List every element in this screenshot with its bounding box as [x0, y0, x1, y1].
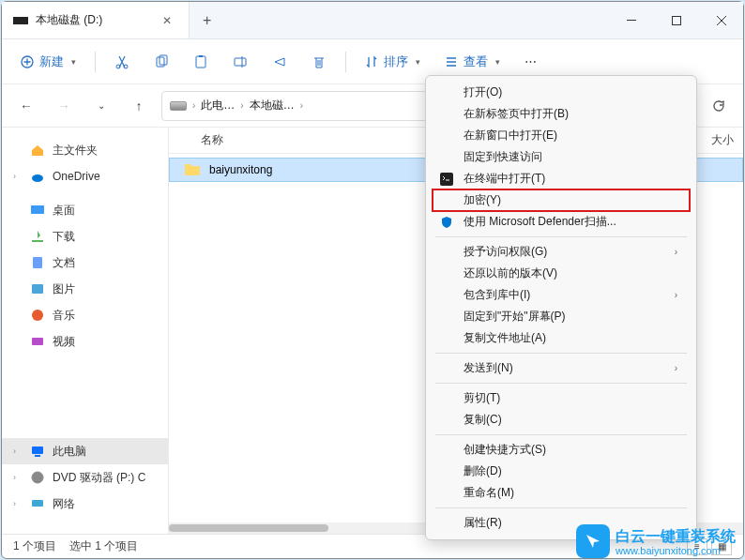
ctx-open[interactable]: 打开(O) — [426, 82, 696, 103]
breadcrumb-seg[interactable]: 此电… — [201, 98, 235, 114]
rename-button[interactable] — [223, 49, 257, 75]
ctx-restore-prev[interactable]: 还原以前的版本(V) — [426, 263, 696, 284]
up-button[interactable]: ↑ — [124, 91, 154, 121]
menu-separator — [435, 236, 687, 237]
svg-point-10 — [32, 174, 43, 182]
ctx-copy[interactable]: 复制(C) — [426, 409, 696, 431]
refresh-button[interactable] — [704, 91, 734, 121]
shield-icon — [439, 215, 454, 230]
chevron-right-icon[interactable]: › — [13, 473, 23, 482]
sidebar-onedrive[interactable]: › OneDrive — [2, 163, 168, 189]
ctx-rename[interactable]: 重命名(M) — [426, 482, 696, 504]
home-icon — [30, 143, 45, 158]
sidebar-documents[interactable]: 文档 — [2, 250, 168, 276]
sidebar-videos[interactable]: 视频 — [2, 328, 168, 355]
titlebar: 本地磁盘 (D:) ✕ + — [2, 2, 743, 39]
music-icon — [30, 308, 45, 323]
share-button[interactable] — [263, 49, 296, 75]
item-count: 1 个项目 — [13, 538, 56, 554]
sidebar-pictures[interactable]: 图片 — [2, 276, 168, 302]
svg-point-18 — [32, 472, 43, 483]
svg-rect-9 — [235, 58, 246, 66]
ctx-create-shortcut[interactable]: 创建快捷方式(S) — [426, 439, 696, 461]
ctx-open-new-tab[interactable]: 在新标签页中打开(B) — [426, 103, 696, 125]
menu-separator — [435, 434, 687, 435]
more-button[interactable]: ⋯ — [515, 49, 546, 74]
close-button[interactable] — [700, 6, 743, 36]
sidebar-music[interactable]: 音乐 — [2, 302, 168, 328]
svg-rect-8 — [199, 55, 203, 57]
tab-title: 本地磁盘 (D:) — [36, 12, 149, 28]
view-button[interactable]: 查看 ▾ — [435, 48, 509, 76]
tab-close-button[interactable]: ✕ — [157, 14, 177, 27]
sidebar-home[interactable]: 主文件夹 — [2, 137, 168, 163]
svg-rect-15 — [32, 338, 43, 345]
sidebar-desktop[interactable]: 桌面 — [2, 197, 168, 223]
ctx-pin-start[interactable]: 固定到"开始"屏幕(P) — [426, 306, 696, 327]
new-tab-button[interactable]: + — [190, 12, 224, 29]
pc-icon — [30, 444, 45, 459]
chevron-down-icon: ▾ — [71, 57, 76, 67]
ctx-delete[interactable]: 删除(D) — [426, 461, 696, 482]
ctx-send-to[interactable]: 发送到(N)› — [426, 357, 696, 379]
ctx-open-terminal[interactable]: 在终端中打开(T) — [426, 168, 696, 189]
chevron-down-icon: ▾ — [495, 57, 500, 67]
sidebar-network[interactable]: › 网络 — [2, 491, 168, 517]
menu-separator — [435, 353, 687, 354]
svg-rect-16 — [32, 446, 43, 454]
chevron-right-icon[interactable]: › — [13, 446, 23, 456]
sidebar-dvd[interactable]: › DVD 驱动器 (P:) C — [2, 464, 168, 491]
ctx-defender-scan[interactable]: 使用 Microsoft Defender扫描... — [426, 211, 696, 233]
paste-button[interactable] — [184, 49, 218, 75]
sort-icon — [365, 55, 378, 68]
new-button[interactable]: 新建 ▾ — [11, 48, 85, 76]
copy-button[interactable] — [144, 49, 178, 75]
separator — [95, 52, 96, 72]
delete-button[interactable] — [302, 49, 336, 75]
sidebar-thispc[interactable]: › 此电脑 — [2, 438, 168, 464]
scrollbar-thumb[interactable] — [169, 524, 328, 532]
sidebar: 主文件夹 › OneDrive 桌面 下载 — [2, 128, 169, 534]
recent-dropdown[interactable]: ⌄ — [86, 91, 116, 121]
menu-separator — [435, 383, 687, 384]
sidebar-downloads[interactable]: 下载 — [2, 223, 168, 250]
cut-button[interactable] — [105, 49, 139, 75]
selected-count: 选中 1 个项目 — [69, 538, 138, 554]
ctx-copy-path[interactable]: 复制文件地址(A) — [426, 327, 696, 349]
back-button[interactable]: ← — [11, 91, 41, 121]
watermark-url: www.baiyunxitong.com — [616, 545, 736, 556]
chevron-right-icon: › — [675, 363, 677, 373]
window-tab[interactable]: 本地磁盘 (D:) ✕ — [2, 2, 190, 38]
context-menu: 打开(O) 在新标签页中打开(B) 在新窗口中打开(E) 固定到快速访问 在终端… — [425, 75, 697, 540]
breadcrumb-seg[interactable]: 本地磁… — [250, 98, 295, 114]
chevron-right-icon[interactable]: › — [13, 499, 23, 508]
minimize-button[interactable] — [610, 6, 653, 36]
svg-rect-11 — [31, 205, 44, 214]
document-icon — [30, 255, 45, 270]
drive-icon — [170, 101, 187, 111]
video-icon — [30, 334, 45, 349]
ctx-pin-quick[interactable]: 固定到快速访问 — [426, 146, 696, 168]
ctx-include-library[interactable]: 包含到库中(I)› — [426, 284, 696, 306]
terminal-icon — [439, 172, 454, 187]
chevron-right-icon: › — [240, 100, 243, 111]
ctx-cut[interactable]: 剪切(T) — [426, 387, 696, 409]
svg-rect-7 — [196, 56, 205, 68]
svg-rect-19 — [32, 500, 43, 507]
network-icon — [30, 496, 45, 511]
file-name: baiyunxitong — [209, 163, 272, 176]
chevron-right-icon: › — [675, 247, 677, 257]
svg-point-14 — [32, 310, 43, 321]
forward-button[interactable]: → — [49, 91, 79, 121]
watermark-badge-icon — [576, 524, 610, 558]
sort-button[interactable]: 排序 ▾ — [356, 48, 430, 76]
view-icon — [445, 55, 458, 68]
drive-icon — [13, 17, 28, 24]
ctx-encrypt[interactable]: 加密(Y) — [432, 189, 691, 212]
chevron-down-icon: ▾ — [416, 57, 420, 67]
maximize-button[interactable] — [655, 6, 698, 36]
chevron-right-icon[interactable]: › — [13, 172, 23, 181]
ctx-give-access[interactable]: 授予访问权限(G)› — [426, 241, 696, 263]
ctx-open-new-window[interactable]: 在新窗口中打开(E) — [426, 125, 696, 146]
chevron-right-icon: › — [300, 100, 303, 111]
